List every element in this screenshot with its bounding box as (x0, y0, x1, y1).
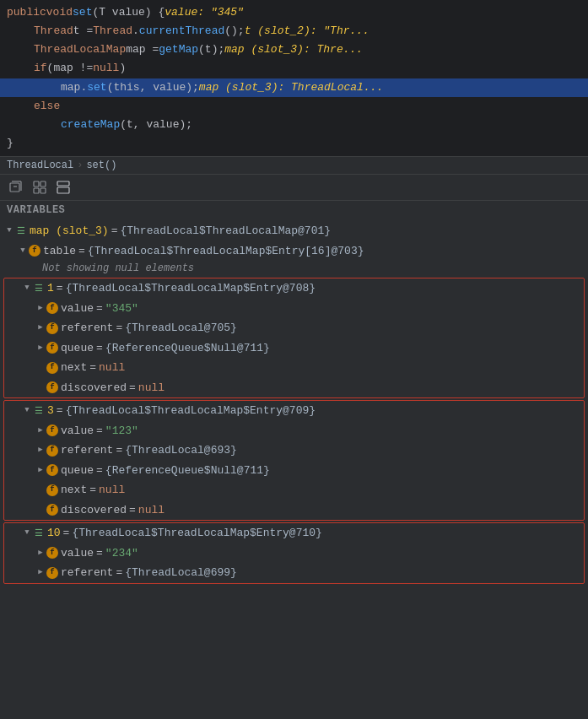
tree-item-e1-discovered[interactable]: f discovered = null (4, 378, 584, 398)
entry-box-3: ☰ 3 = {ThreadLocal$ThreadLocalMap$Entry@… (3, 400, 585, 521)
var-eq: = (57, 280, 63, 297)
var-value-e10-value: "234" (105, 545, 138, 562)
field-icon-e3-referent: f (46, 445, 58, 457)
expand-e3-queue[interactable] (35, 464, 46, 476)
layout-button[interactable] (54, 178, 73, 197)
inline-comment: map (slot_3): ThreadLocal... (199, 79, 383, 96)
var-name-e10-referent: referent (61, 565, 113, 581)
expand-e10-value[interactable] (35, 547, 46, 559)
tree-item-e1-next[interactable]: f next = null (4, 358, 584, 378)
var-name-e1-referent: referent (61, 320, 113, 337)
svg-rect-0 (10, 183, 19, 192)
code-text: ) (119, 60, 126, 77)
tree-item-e3-discovered[interactable]: f discovered = null (4, 500, 584, 521)
var-name-e3-queue: queue (61, 462, 94, 479)
var-name-e3-value: value (61, 423, 94, 440)
var-value-e1-value: "345" (105, 300, 138, 317)
breadcrumb-class[interactable]: ThreadLocal (7, 159, 73, 171)
step-icon (33, 181, 46, 194)
type-name: Thread (93, 23, 132, 40)
expand-e1-queue[interactable] (35, 342, 46, 354)
tree-item-entry1[interactable]: ☰ 1 = {ThreadLocal$ThreadLocalMap$Entry@… (4, 278, 584, 299)
code-line-1: public void set (T value) { value: "345" (0, 3, 588, 22)
var-name-e3-next: next (61, 482, 87, 499)
var-eq: = (129, 380, 136, 397)
code-text: } (7, 135, 13, 152)
breadcrumb-method[interactable]: set() (86, 159, 116, 171)
var-eq: = (78, 243, 85, 260)
method-name: set (87, 79, 106, 96)
var-value-e3-referent: {ThreadLocal@693} (125, 442, 237, 459)
tree-item-e3-next[interactable]: f next = null (4, 480, 584, 500)
var-value-e10: {ThreadLocal$ThreadLocalMap$Entry@710} (72, 525, 321, 542)
keyword: if (34, 60, 47, 77)
var-eq: = (96, 340, 103, 357)
code-line-6: else (0, 97, 588, 116)
tree-item-e1-referent[interactable]: f referent = {ThreadLocal@705} (4, 318, 584, 338)
list-icon-e3: ☰ (33, 405, 45, 417)
var-value-e1: {ThreadLocal$ThreadLocalMap$Entry@708} (66, 280, 316, 297)
code-text: (t); (198, 41, 224, 58)
step-button[interactable] (30, 178, 49, 197)
breadcrumb: ThreadLocal › set() (0, 157, 588, 175)
code-text: (t, value); (120, 116, 192, 133)
field-icon-e3-discovered: f (46, 504, 58, 516)
tree-item-e3-referent[interactable]: f referent = {ThreadLocal@693} (4, 441, 584, 461)
code-line-8: } (0, 134, 588, 153)
not-null-note: Not showing null elements (0, 261, 588, 276)
code-text: (); (224, 23, 244, 40)
var-eq: = (116, 565, 122, 581)
tree-item-e3-value[interactable]: f value = "123" (4, 421, 584, 441)
var-eq: = (96, 423, 103, 440)
var-value-e3: {ThreadLocal$ThreadLocalMap$Entry@709} (66, 403, 316, 419)
tree-item-entry10[interactable]: ☰ 10 = {ThreadLocal$ThreadLocalMap$Entry… (4, 523, 584, 543)
var-name-e3-discovered: discovered (61, 502, 127, 519)
restore-icon (9, 181, 23, 194)
list-icon-e1: ☰ (33, 283, 45, 295)
expand-table[interactable] (17, 245, 29, 257)
code-editor: public void set (T value) { value: "345"… (0, 0, 588, 157)
tree-item-e3-queue[interactable]: f queue = {ReferenceQueue$Null@711} (4, 461, 584, 481)
var-name-e10-value: value (61, 545, 94, 562)
expand-e10-referent[interactable] (35, 567, 46, 579)
tree-item-map[interactable]: ☰ map (slot_3) = {ThreadLocal$ThreadLoca… (0, 221, 588, 241)
code-line-4: if (map != null ) (0, 59, 588, 78)
code-text: t = (73, 23, 93, 40)
field-icon-e1-next: f (46, 362, 58, 374)
var-name-e3: 3 (47, 403, 54, 419)
field-icon-e3-next: f (46, 484, 58, 496)
field-icon-e3-value: f (46, 424, 58, 436)
field-icon-e1-referent: f (46, 322, 58, 334)
var-name-e1-discovered: discovered (61, 380, 127, 397)
expand-entry3[interactable] (21, 405, 33, 417)
variable-tree: ☰ map (slot_3) = {ThreadLocal$ThreadLoca… (0, 219, 588, 587)
code-text: . (132, 23, 139, 40)
var-eq: = (116, 442, 122, 459)
tree-item-entry3[interactable]: ☰ 3 = {ThreadLocal$ThreadLocalMap$Entry@… (4, 401, 584, 421)
expand-e3-referent[interactable] (35, 445, 46, 457)
var-eq: = (96, 545, 103, 562)
var-eq: = (96, 462, 103, 479)
var-eq: = (111, 223, 118, 240)
var-name-e1-value: value (61, 300, 94, 317)
type-name: ThreadLocalMap (34, 41, 126, 58)
tree-item-e1-queue[interactable]: f queue = {ReferenceQueue$Null@711} (4, 338, 584, 359)
tree-item-table[interactable]: f table = {ThreadLocal$ThreadLocalMap$En… (0, 241, 588, 262)
tree-item-e10-value[interactable]: f value = "234" (4, 543, 584, 564)
svg-rect-8 (57, 181, 69, 186)
expand-e1-referent[interactable] (35, 322, 46, 334)
breadcrumb-separator: › (77, 159, 83, 171)
expand-entry1[interactable] (21, 283, 33, 295)
var-name-e1: 1 (47, 280, 54, 297)
tree-item-e1-value[interactable]: f value = "345" (4, 299, 584, 319)
restore-button[interactable] (7, 178, 25, 197)
var-name-e1-queue: queue (61, 340, 94, 357)
expand-e3-value[interactable] (35, 424, 46, 436)
expand-e1-value[interactable] (35, 302, 46, 314)
tree-item-e10-referent[interactable]: f referent = {ThreadLocal@699} (4, 563, 584, 583)
field-icon-e1-queue: f (46, 342, 58, 354)
inline-comment: map (slot_3): Thre... (224, 41, 363, 58)
var-eq: = (129, 502, 136, 519)
expand-map[interactable] (3, 225, 15, 237)
expand-entry10[interactable] (21, 527, 33, 539)
